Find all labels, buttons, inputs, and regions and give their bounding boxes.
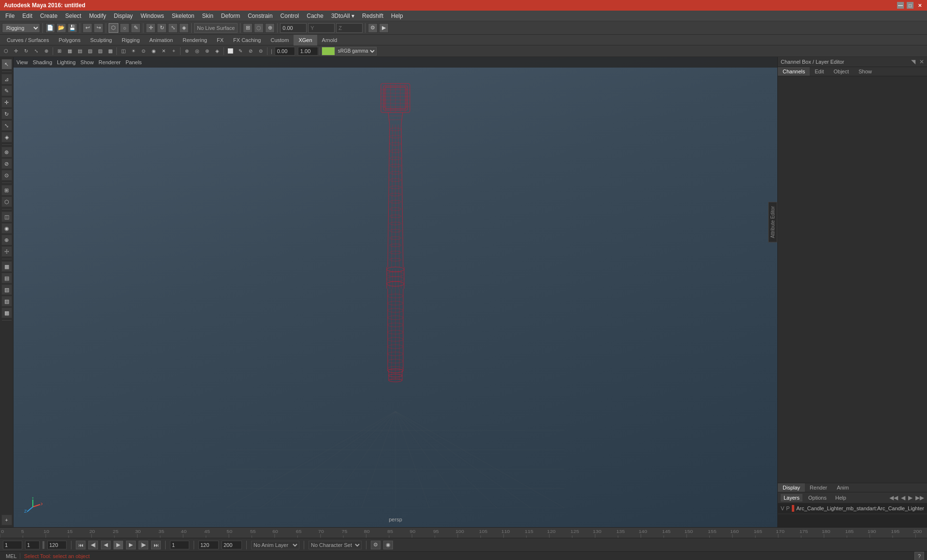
channel-expand-btn[interactable]: ◥ <box>911 58 915 65</box>
menu-3dtall[interactable]: 3DtoAll ▾ <box>328 12 358 20</box>
icon-isolate[interactable]: ⬜ <box>225 46 235 56</box>
snap-grid-btn[interactable]: ⊞ <box>243 23 253 33</box>
next-key-btn[interactable]: |▶ <box>139 541 148 549</box>
layer-tab-anim[interactable]: Anim <box>832 483 854 492</box>
lt-joint[interactable]: ◉ <box>1 223 12 234</box>
z-field[interactable] <box>336 23 363 33</box>
icon-softsel[interactable]: ⊛ <box>202 46 212 56</box>
prev-frame-btn[interactable]: ◀ <box>101 541 111 549</box>
lt-extra2[interactable]: ▤ <box>1 273 12 283</box>
prev-key-btn[interactable]: ◀| <box>88 541 98 549</box>
icon-sculpt[interactable]: ⊘ <box>246 46 255 56</box>
lt-move[interactable]: ✛ <box>1 97 12 108</box>
lt-paint[interactable]: ✎ <box>1 85 12 96</box>
icon-grid-f[interactable]: ▩ <box>105 46 115 56</box>
icon-grid-c[interactable]: ▤ <box>75 46 84 56</box>
gamma-swatch[interactable] <box>322 47 335 56</box>
char-set-select[interactable]: No Character Set <box>309 541 362 549</box>
menu-edit[interactable]: Edit <box>19 12 36 20</box>
icon-grid-a[interactable]: ⊞ <box>55 46 64 56</box>
help-line-btn[interactable]: ? <box>914 552 924 560</box>
tab-arnold[interactable]: Arnold <box>317 35 342 45</box>
menu-select[interactable]: Select <box>62 12 84 20</box>
menu-redshift[interactable]: Redshift <box>359 12 387 20</box>
lt-cluster[interactable]: ◫ <box>1 211 12 222</box>
lt-ik[interactable]: ⊕ <box>1 235 12 245</box>
icon-light1[interactable]: ☀ <box>128 46 138 56</box>
icon-x[interactable]: ✕ <box>159 46 169 56</box>
paint-btn[interactable]: ✎ <box>131 23 140 33</box>
menu-constrain[interactable]: Constrain <box>244 12 276 20</box>
render-btn[interactable]: ▶ <box>379 23 389 33</box>
lt-universal[interactable]: ◈ <box>1 132 12 142</box>
tab-rendering[interactable]: Rendering <box>178 35 212 45</box>
lt-bindpose[interactable]: ☩ <box>1 246 12 257</box>
universal-btn[interactable]: ◈ <box>179 23 189 33</box>
lt-sculpt[interactable]: ⊘ <box>1 158 12 169</box>
anim-end-frame-input[interactable] <box>47 541 67 549</box>
range-end-input[interactable] <box>198 541 219 549</box>
menu-deform[interactable]: Deform <box>218 12 243 20</box>
ch-tab-show[interactable]: Show <box>854 67 877 76</box>
mode-selector[interactable]: Rigging Modeling Animation <box>2 23 40 33</box>
icon-grid-e[interactable]: ▨ <box>95 46 105 56</box>
mel-label[interactable]: MEL <box>3 553 20 559</box>
undo-btn[interactable]: ↩ <box>83 23 92 33</box>
x-field[interactable] <box>280 23 307 33</box>
tab-sculpting[interactable]: Sculpting <box>85 35 117 45</box>
current-frame-input[interactable] <box>25 541 40 549</box>
attr-editor-tab[interactable]: Attribute Editor <box>768 202 777 242</box>
menu-create[interactable]: Create <box>37 12 61 20</box>
vp-menu-view[interactable]: View <box>16 59 28 65</box>
play-btn[interactable]: ▶ <box>113 541 123 549</box>
y-field[interactable] <box>308 23 335 33</box>
lt-lasso[interactable]: ⊿ <box>1 74 12 84</box>
vp-menu-show[interactable]: Show <box>81 59 94 65</box>
menu-help[interactable]: Help <box>388 12 407 20</box>
vp-menu-panels[interactable]: Panels <box>126 59 142 65</box>
lt-annotate[interactable]: ⬡ <box>1 196 12 207</box>
menu-display[interactable]: Display <box>111 12 136 20</box>
layer-tab-render[interactable]: Render <box>805 483 832 492</box>
menu-skeleton[interactable]: Skeleton <box>169 12 198 20</box>
menu-file[interactable]: File <box>2 12 18 20</box>
range-max-input[interactable] <box>222 541 242 549</box>
maximize-button[interactable]: □ <box>907 2 913 9</box>
lt-scale[interactable]: ⤡ <box>1 120 12 131</box>
ch-tab-channels[interactable]: Channels <box>778 67 810 76</box>
layer-prev-btn[interactable]: ◀◀ <box>889 494 898 501</box>
lt-select[interactable]: ↖ <box>1 59 12 70</box>
tab-animation[interactable]: Animation <box>144 35 178 45</box>
save-scene-btn[interactable]: 💾 <box>68 23 77 33</box>
icon-grid-b[interactable]: ▦ <box>65 46 74 56</box>
icon-light2[interactable]: ⊙ <box>139 46 148 56</box>
close-button[interactable]: ✕ <box>916 2 923 9</box>
go-to-end-btn[interactable]: ⏭ <box>151 541 161 549</box>
lt-extra4[interactable]: ▨ <box>1 296 12 307</box>
lt-rotate[interactable]: ↻ <box>1 109 12 119</box>
ch-tab-object[interactable]: Object <box>829 67 854 76</box>
layer-vis-toggle[interactable]: V <box>781 505 784 511</box>
tab-fx-caching[interactable]: FX Caching <box>228 35 266 45</box>
open-scene-btn[interactable]: 📂 <box>56 23 66 33</box>
icon-time[interactable]: ⊝ <box>256 46 266 56</box>
move-btn[interactable]: ✛ <box>146 23 155 33</box>
icon-grid-d[interactable]: ▧ <box>85 46 95 56</box>
ch-tab-edit[interactable]: Edit <box>810 67 829 76</box>
help-sub-tab[interactable]: Help <box>832 494 849 502</box>
frame-start-input[interactable] <box>3 541 22 549</box>
icon-move2[interactable]: ✛ <box>11 46 21 56</box>
lt-sym[interactable]: ⊙ <box>1 170 12 181</box>
icon-paint2[interactable]: ✎ <box>236 46 245 56</box>
tab-xgen[interactable]: XGen <box>294 35 317 45</box>
lt-extra3[interactable]: ▧ <box>1 284 12 295</box>
timeline[interactable]: 0 5 10 15 20 25 30 <box>0 527 927 538</box>
layer-play-btn[interactable]: ▶ <box>908 494 913 501</box>
tab-custom[interactable]: Custom <box>266 35 294 45</box>
icon-rotate2[interactable]: ↻ <box>21 46 31 56</box>
frame-display-input[interactable] <box>170 541 189 549</box>
snap-point-btn[interactable]: ⊕ <box>265 23 275 33</box>
anim-layer-select[interactable]: No Anim Layer <box>251 541 299 549</box>
gamma-select[interactable]: sRGB gamma <box>336 47 377 56</box>
tab-polygons[interactable]: Polygons <box>54 35 85 45</box>
